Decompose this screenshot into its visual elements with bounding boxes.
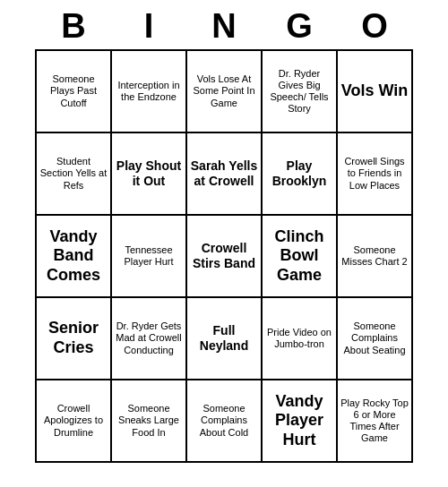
bingo-cell-14: Someone Misses Chart 2 — [338, 216, 413, 298]
title-letter: O — [337, 7, 412, 46]
bingo-cell-8: Play Brooklyn — [263, 133, 338, 216]
bingo-cell-7: Sarah Yells at Crowell — [187, 133, 263, 216]
title-letter: B — [36, 7, 111, 46]
bingo-cell-16: Dr. Ryder Gets Mad at Crowell Conducting — [112, 298, 187, 380]
bingo-cell-21: Someone Sneaks Large Food In — [112, 380, 187, 463]
title-letter: I — [111, 7, 186, 46]
bingo-title: BINGO — [7, 7, 441, 46]
bingo-cell-1: Interception in the Endzone — [112, 51, 187, 133]
bingo-cell-0: Someone Plays Past Cutoff — [37, 51, 112, 133]
bingo-cell-4: Vols Win — [338, 51, 413, 133]
bingo-cell-17: Full Neyland — [187, 298, 263, 380]
bingo-cell-6: Play Shout it Out — [112, 133, 187, 216]
bingo-cell-9: Crowell Sings to Friends in Low Places — [338, 133, 413, 216]
title-letter: N — [186, 7, 262, 46]
bingo-cell-20: Crowell Apologizes to Drumline — [37, 380, 112, 463]
bingo-cell-5: Student Section Yells at Refs — [37, 133, 112, 216]
bingo-cell-3: Dr. Ryder Gives Big Speech/ Tells Story — [263, 51, 338, 133]
bingo-cell-23: Vandy Player Hurt — [263, 380, 338, 463]
title-letter: G — [262, 7, 337, 46]
bingo-grid: Someone Plays Past CutoffInterception in… — [35, 49, 413, 463]
bingo-cell-19: Someone Complains About Seating — [338, 298, 413, 380]
bingo-cell-11: Tennessee Player Hurt — [112, 216, 187, 298]
bingo-cell-13: Clinch Bowl Game — [263, 216, 338, 298]
bingo-cell-22: Someone Complains About Cold — [187, 380, 263, 463]
bingo-cell-24: Play Rocky Top 6 or More Times After Gam… — [338, 380, 413, 463]
bingo-cell-10: Vandy Band Comes — [37, 216, 112, 298]
bingo-cell-2: Vols Lose At Some Point In Game — [187, 51, 263, 133]
bingo-cell-18: Pride Video on Jumbo-tron — [263, 298, 338, 380]
bingo-cell-15: Senior Cries — [37, 298, 112, 380]
bingo-cell-12: Crowell Stirs Band — [187, 216, 263, 298]
